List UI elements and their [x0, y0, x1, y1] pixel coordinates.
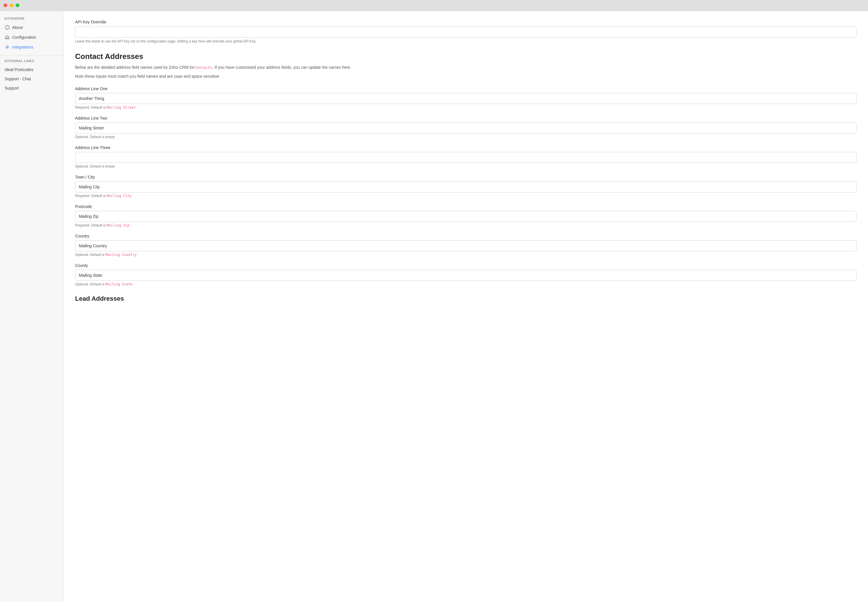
postcode-input[interactable]: [75, 211, 856, 222]
desc-prefix: Below are the detailed address field nam…: [75, 65, 194, 70]
hint-prefix-4: Required. Default is: [75, 223, 107, 227]
county-group: County Optional. Default is Mailing Stat…: [75, 263, 856, 286]
sidebar-item-configuration[interactable]: Configuration: [0, 32, 63, 42]
hint-prefix-6: Optional. Default is: [75, 282, 106, 286]
address-line-three-group: Address Line Three Optional. Default is …: [75, 145, 856, 168]
external-links-section-label: EXTERNAL LINKS: [0, 59, 63, 65]
sidebar-divider: [0, 55, 63, 56]
sidebar-integrations-label: Integrations: [12, 45, 33, 49]
county-hint: Optional. Default is Mailing State: [75, 282, 856, 286]
close-button[interactable]: [3, 3, 7, 7]
desc-suffix: . If you have customised your address fi…: [212, 65, 351, 70]
lead-addresses-heading: Lead Addresses: [75, 295, 856, 303]
address-line-two-label: Address Line Two: [75, 116, 856, 120]
county-label: County: [75, 263, 856, 268]
hint-code-4: Mailing Zip: [107, 223, 129, 227]
town-city-label: Town / City: [75, 175, 856, 180]
country-input[interactable]: [75, 240, 856, 251]
hint-prefix-5: Optional. Default is: [75, 253, 106, 257]
county-input[interactable]: [75, 270, 856, 281]
hint-prefix-1: Optional. Default is empty: [75, 135, 115, 139]
sidebar-item-ideal-postcodes[interactable]: Ideal Postcodes: [0, 65, 63, 74]
sidebar-item-integrations[interactable]: Integrations: [0, 42, 63, 52]
address-line-three-input[interactable]: [75, 152, 856, 163]
contact-addresses-desc: Below are the detailed address field nam…: [75, 64, 856, 71]
sidebar: EXTENSION i About Configuration: [0, 11, 64, 602]
contact-addresses-note: Note these inputs must match you field n…: [75, 74, 856, 80]
hint-prefix-2: Optional. Default is empty: [75, 164, 115, 168]
address-line-one-hint: Required. Default is Mailing Street: [75, 106, 856, 109]
sidebar-ideal-postcodes-label: Ideal Postcodes: [5, 67, 34, 72]
gear-icon: [5, 45, 10, 50]
info-icon: i: [5, 25, 10, 30]
country-hint: Optional. Default is Mailing Country: [75, 253, 856, 257]
address-line-two-group: Address Line Two Optional. Default is em…: [75, 116, 856, 139]
address-line-one-input[interactable]: [75, 93, 856, 104]
town-city-hint: Required. Default is Mailing City: [75, 194, 856, 198]
address-line-two-hint: Optional. Default is empty: [75, 135, 856, 139]
hint-code-6: Mailing State: [106, 282, 133, 286]
address-line-three-label: Address Line Three: [75, 145, 856, 150]
hint-prefix-3: Required. Default is: [75, 194, 107, 198]
home-icon: [5, 35, 10, 40]
svg-point-2: [7, 46, 8, 48]
maximize-button[interactable]: [15, 3, 19, 7]
address-line-three-hint: Optional. Default is empty: [75, 164, 856, 168]
contact-addresses-heading: Contact Addresses: [75, 52, 856, 61]
titlebar: [0, 0, 868, 11]
minimize-button[interactable]: [9, 3, 13, 7]
address-line-two-input[interactable]: [75, 123, 856, 134]
town-city-group: Town / City Required. Default is Mailing…: [75, 175, 856, 198]
postcode-hint: Required. Default is Mailing Zip: [75, 223, 856, 227]
sidebar-configuration-label: Configuration: [12, 35, 36, 40]
hint-code-5: Mailing Country: [106, 253, 136, 257]
api-key-hint: Leave this blank to use the API Key set …: [75, 39, 856, 43]
address-line-one-group: Address Line One Required. Default is Ma…: [75, 86, 856, 109]
town-city-input[interactable]: [75, 181, 856, 192]
main-content: API Key Override Leave this blank to use…: [64, 11, 868, 602]
sidebar-support-chat-label: Support - Chat: [5, 77, 31, 81]
sidebar-about-label: About: [12, 25, 23, 30]
country-label: Country: [75, 234, 856, 238]
postcode-group: Postcode Required. Default is Mailing Zi…: [75, 204, 856, 227]
hint-prefix-0: Required. Default is: [75, 106, 107, 109]
sidebar-item-about[interactable]: i About: [0, 23, 63, 32]
api-key-field-group: API Key Override Leave this blank to use…: [75, 20, 856, 43]
address-line-one-label: Address Line One: [75, 86, 856, 91]
hint-code-0: Mailing Street: [107, 106, 136, 109]
api-key-label: API Key Override: [75, 20, 856, 24]
postcode-label: Postcode: [75, 204, 856, 209]
sidebar-item-support[interactable]: Support: [0, 83, 63, 93]
hint-code-3: Mailing City: [107, 194, 132, 198]
contacts-link[interactable]: Contacts: [194, 65, 212, 70]
sidebar-item-support-chat[interactable]: Support - Chat: [0, 74, 63, 83]
app-layout: EXTENSION i About Configuration: [0, 11, 868, 602]
extension-section-label: EXTENSION: [0, 17, 63, 23]
country-group: Country Optional. Default is Mailing Cou…: [75, 234, 856, 257]
api-key-input[interactable]: [75, 26, 856, 38]
sidebar-support-label: Support: [5, 86, 19, 91]
svg-text:i: i: [7, 26, 8, 29]
